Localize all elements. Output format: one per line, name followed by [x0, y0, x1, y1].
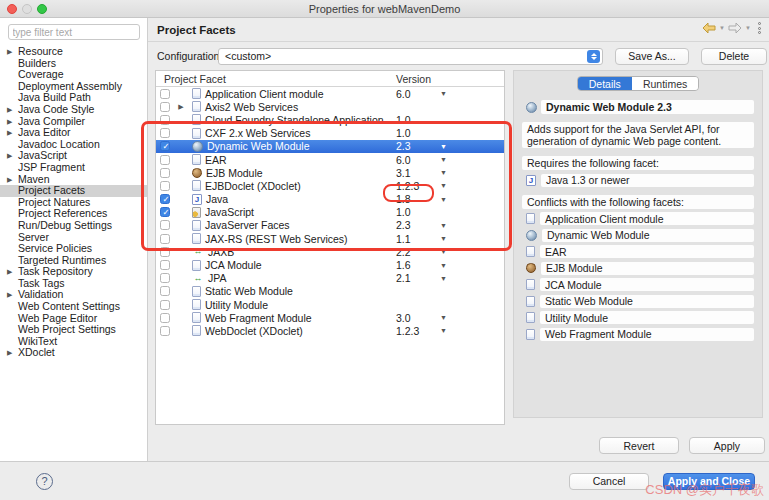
facet-row-web-fragment-module[interactable]: Web Fragment Module3.0▼ — [156, 311, 504, 324]
facet-checkbox[interactable] — [160, 220, 170, 230]
doc-facet-icon — [526, 213, 535, 224]
facet-checkbox[interactable] — [160, 313, 170, 323]
facet-checkbox[interactable] — [160, 300, 170, 310]
facet-checkbox[interactable] — [160, 234, 170, 244]
facet-row-cxf-2-x-web-services[interactable]: CXF 2.x Web Services1.0 — [156, 127, 504, 140]
doc-facet-icon — [192, 260, 201, 271]
save-as-button[interactable]: Save As... — [615, 48, 689, 65]
conflicts-item-utility-module: Utility Module — [526, 311, 754, 324]
facet-row-javaserver-faces[interactable]: JavaServer Faces2.3▼ — [156, 219, 504, 232]
sidebar-item-xdoclet[interactable]: ▶XDoclet — [0, 347, 147, 359]
page-title: Project Facets — [157, 24, 236, 36]
help-button[interactable]: ? — [36, 473, 53, 490]
facet-checkbox-checked[interactable] — [160, 194, 170, 204]
minimize-window-button[interactable] — [22, 4, 32, 14]
version-dropdown-icon[interactable]: ▼ — [440, 156, 447, 163]
facet-checkbox[interactable] — [160, 115, 170, 125]
zoom-window-button[interactable] — [37, 4, 47, 14]
version-dropdown-icon[interactable]: ▼ — [440, 314, 447, 321]
facet-row-utility-module[interactable]: Utility Module — [156, 298, 504, 311]
view-menu-icon[interactable] — [758, 22, 761, 34]
delete-button[interactable]: Delete — [701, 48, 767, 65]
facet-label: Cloud Foundry Standalone Application — [205, 114, 384, 126]
close-window-button[interactable] — [7, 4, 17, 14]
facet-checkbox[interactable] — [160, 155, 170, 165]
facet-row-axis2-web-services[interactable]: ▶Axis2 Web Services — [156, 100, 504, 113]
titlebar: Properties for webMavenDemo — [0, 0, 769, 18]
back-dropdown-icon[interactable]: ▼ — [719, 25, 725, 31]
facet-row-javascript[interactable]: JavaScript1.0 — [156, 206, 504, 219]
version-dropdown-icon[interactable]: ▼ — [440, 327, 447, 334]
conflicts-item-ear: EAR — [526, 245, 754, 258]
main-panel: Project Facets ▼ ▼ Configuration: <cust — [148, 18, 769, 461]
facet-checkbox-checked[interactable] — [160, 207, 170, 217]
expand-arrow-icon[interactable]: ▶ — [174, 103, 188, 111]
version-dropdown-icon[interactable]: ▼ — [440, 143, 447, 150]
version-dropdown-icon[interactable]: ▼ — [440, 248, 447, 255]
sidebar-item-label: Service Policies — [18, 242, 92, 254]
version-dropdown-icon[interactable]: ▼ — [440, 222, 447, 229]
facet-version: 1.2.3 — [396, 180, 419, 192]
facet-row-application-client-module[interactable]: Application Client module6.0▼ — [156, 87, 504, 100]
expand-arrow-icon[interactable]: ▶ — [7, 127, 12, 139]
tab-runtimes[interactable]: Runtimes — [632, 77, 698, 90]
facet-checkbox[interactable] — [160, 286, 170, 296]
facet-row-jaxb[interactable]: JAXB2.2▼ — [156, 245, 504, 258]
expand-arrow-icon[interactable]: ▶ — [7, 150, 12, 162]
facet-checkbox[interactable] — [160, 168, 170, 178]
filter-input[interactable] — [8, 24, 140, 40]
version-dropdown-icon[interactable]: ▼ — [440, 275, 447, 282]
apply-and-close-button[interactable]: Apply and Close — [663, 473, 755, 490]
facet-row-dynamic-web-module[interactable]: Dynamic Web Module2.3▼ — [156, 140, 504, 153]
facet-checkbox[interactable] — [160, 102, 170, 112]
sidebar-item-label: Coverage — [18, 68, 64, 80]
sidebar-item-label: Project References — [18, 207, 107, 219]
expand-arrow-icon[interactable]: ▶ — [7, 174, 12, 186]
expand-arrow-icon[interactable]: ▶ — [7, 266, 12, 278]
facet-checkbox[interactable] — [160, 247, 170, 257]
expand-arrow-icon[interactable]: ▶ — [7, 347, 12, 359]
facet-row-jca-module[interactable]: JCA Module1.6▼ — [156, 258, 504, 271]
version-dropdown-icon[interactable]: ▼ — [440, 169, 447, 176]
forward-dropdown-icon[interactable]: ▼ — [745, 25, 751, 31]
facet-checkbox[interactable] — [160, 273, 170, 283]
facet-row-jax-rs-rest-web-services-[interactable]: JAX-RS (REST Web Services)1.1▼ — [156, 232, 504, 245]
facet-row-cloud-foundry-standalone-application[interactable]: Cloud Foundry Standalone Application1.0 — [156, 113, 504, 126]
version-dropdown-icon[interactable]: ▼ — [440, 262, 447, 269]
facet-checkbox[interactable] — [160, 260, 170, 270]
facet-checkbox[interactable] — [160, 181, 170, 191]
facet-row-webdoclet-xdoclet-[interactable]: WebDoclet (XDoclet)1.2.3▼ — [156, 324, 504, 337]
expand-arrow-icon[interactable]: ▶ — [7, 46, 12, 58]
tab-details[interactable]: Details — [578, 77, 632, 90]
version-dropdown-icon[interactable]: ▼ — [440, 182, 447, 189]
facet-checkbox[interactable] — [160, 326, 170, 336]
facet-label: JPA — [208, 272, 226, 284]
expand-arrow-icon[interactable]: ▶ — [7, 289, 12, 301]
version-dropdown-icon[interactable]: ▼ — [440, 235, 447, 242]
version-dropdown-icon[interactable]: ▼ — [440, 90, 447, 97]
conflicts-label: Conflicts with the following facets: — [522, 195, 754, 209]
back-icon[interactable] — [702, 22, 716, 34]
expand-arrow-icon[interactable]: ▶ — [7, 104, 12, 116]
facet-row-java[interactable]: Java1.8▼ — [156, 193, 504, 206]
version-dropdown-icon[interactable]: ▼ — [440, 196, 447, 203]
facet-version: 2.2 — [396, 246, 411, 258]
facet-row-ejb-module[interactable]: EJB Module3.1▼ — [156, 166, 504, 179]
facet-row-jpa[interactable]: JPA2.1▼ — [156, 272, 504, 285]
expand-arrow-icon[interactable]: ▶ — [7, 116, 12, 128]
facet-checkbox[interactable] — [160, 89, 170, 99]
ejb-facet-icon — [192, 168, 202, 178]
facet-row-ejbdoclet-xdoclet-[interactable]: EJBDoclet (XDoclet)1.2.3▼ — [156, 179, 504, 192]
facet-checkbox[interactable] — [160, 128, 170, 138]
forward-icon[interactable] — [728, 22, 742, 34]
facet-version: 1.8 — [396, 193, 411, 205]
facet-row-static-web-module[interactable]: Static Web Module — [156, 285, 504, 298]
facet-checkbox-checked[interactable] — [160, 141, 170, 151]
facet-row-ear[interactable]: EAR6.0▼ — [156, 153, 504, 166]
apply-button[interactable]: Apply — [689, 437, 765, 454]
cancel-button[interactable]: Cancel — [569, 473, 649, 490]
revert-button[interactable]: Revert — [599, 437, 679, 454]
facet-version: 1.0 — [396, 127, 411, 139]
sidebar-item-label: Javadoc Location — [18, 138, 100, 150]
configuration-select[interactable]: <custom> — [218, 48, 603, 65]
